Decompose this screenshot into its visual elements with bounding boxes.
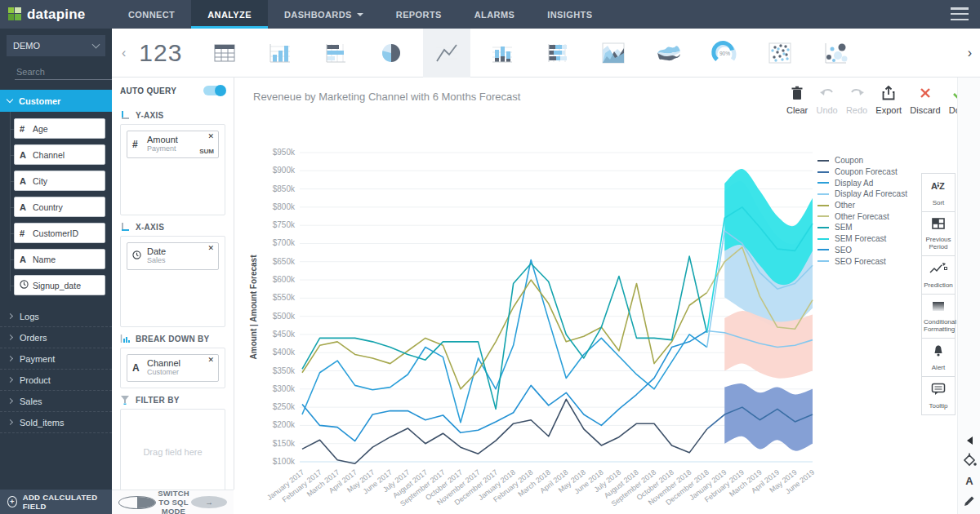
text-style-icon[interactable]: A xyxy=(965,476,973,486)
chart-type-pie[interactable] xyxy=(368,29,415,78)
field-chip-age[interactable]: #Age xyxy=(14,118,105,139)
sql-mode-bar: SWITCH TO SQL MODE → xyxy=(112,490,234,514)
search-row xyxy=(8,64,105,80)
chart-types-scroll-right-icon[interactable]: › xyxy=(960,46,980,60)
export-button[interactable]: Export xyxy=(875,86,902,115)
chart-type-bubble[interactable] xyxy=(812,29,859,78)
stacked-column-chart-icon xyxy=(488,39,516,67)
chart-type-scatter[interactable] xyxy=(756,29,804,78)
top-navigation: datapine CONNECT ANALYZE DASHBOARDS REPO… xyxy=(0,0,980,29)
y-tick-label: $200k xyxy=(273,420,296,429)
chart-type-gauge[interactable]: 90% xyxy=(701,29,748,78)
auto-query-toggle[interactable] xyxy=(203,86,225,95)
arrow-right-icon[interactable]: → xyxy=(191,496,227,508)
chevron-right-icon xyxy=(7,398,13,404)
text-field-icon: A xyxy=(132,362,147,374)
chart-type-stacked-column[interactable] xyxy=(479,29,526,78)
legend-item-display-ad-forecast[interactable]: Display Ad Forecast xyxy=(817,188,907,200)
discard-button[interactable]: Discard xyxy=(910,86,940,115)
edit-pencil-icon[interactable] xyxy=(963,494,976,507)
chart-type-table[interactable] xyxy=(201,29,248,78)
sort-icon: AZ xyxy=(930,181,947,195)
undo-button[interactable]: Undo xyxy=(816,86,837,115)
fill-color-icon[interactable] xyxy=(962,453,977,467)
svg-text:Z: Z xyxy=(939,181,945,191)
brand[interactable]: datapine xyxy=(0,0,112,29)
y-tick-label: $400k xyxy=(273,348,296,357)
chart-type-line[interactable] xyxy=(423,29,470,78)
datasource-select[interactable]: DEMO xyxy=(7,35,105,56)
legend-item-seo[interactable]: SEO xyxy=(817,245,907,256)
legend-item-sem[interactable]: SEM xyxy=(817,222,907,233)
nav-item-alarms[interactable]: ALARMS xyxy=(458,0,531,29)
chart-type-stacked-bar[interactable] xyxy=(534,29,581,78)
remove-chip-icon[interactable]: ✕ xyxy=(207,133,214,140)
sidebar-item-payment[interactable]: Payment xyxy=(0,348,112,370)
sidebar-item-customer[interactable]: Customer xyxy=(0,90,112,112)
breakdown-dropzone[interactable]: A Channel Customer ✕ xyxy=(120,348,225,388)
remove-chip-icon[interactable]: ✕ xyxy=(207,245,214,252)
chart-type-column[interactable] xyxy=(256,29,304,78)
collapse-left-icon[interactable] xyxy=(967,436,973,445)
field-chip-city[interactable]: ACity xyxy=(14,171,105,191)
previous-period-icon xyxy=(932,218,945,232)
nav-item-dashboards[interactable]: DASHBOARDS xyxy=(268,0,380,29)
x-axis-field-chip[interactable]: Date Sales ✕ xyxy=(127,242,219,270)
nav-item-insights[interactable]: INSIGHTS xyxy=(531,0,608,29)
legend-item-coupon-forecast[interactable]: Coupon Forecast xyxy=(817,166,907,178)
legend-swatch xyxy=(817,260,829,262)
gauge-value: 90% xyxy=(719,51,730,56)
y-axis-icon xyxy=(120,110,130,120)
field-chip-name[interactable]: AName xyxy=(14,249,105,269)
chart-type-bar[interactable] xyxy=(312,29,359,78)
breakdown-field-chip[interactable]: A Channel Customer ✕ xyxy=(127,354,219,382)
legend-item-coupon[interactable]: Coupon xyxy=(817,155,907,166)
field-chip-channel[interactable]: AChannel xyxy=(14,144,105,165)
prediction-tool[interactable]: Prediction xyxy=(921,256,956,295)
legend-item-display-ad[interactable]: Display Ad xyxy=(817,177,907,188)
clear-button[interactable]: Clear xyxy=(786,86,808,115)
sidebar-item-sales[interactable]: Sales xyxy=(0,391,112,412)
nav-item-reports[interactable]: REPORTS xyxy=(380,0,458,29)
hamburger-menu-icon[interactable] xyxy=(951,7,969,20)
tooltip-tool[interactable]: Tooltip xyxy=(921,377,956,415)
column-chart-icon xyxy=(266,39,294,67)
chart-type-area[interactable] xyxy=(590,29,637,78)
sidebar-item-orders[interactable]: Orders xyxy=(0,327,112,348)
aggregation-badge[interactable]: SUM xyxy=(199,148,214,155)
alert-tool[interactable]: Alert xyxy=(921,339,956,377)
field-chip-country[interactable]: ACountry xyxy=(14,197,105,217)
y-tick-label: $700k xyxy=(273,238,296,247)
svg-text:A: A xyxy=(931,181,938,191)
remove-chip-icon[interactable]: ✕ xyxy=(207,357,214,364)
legend-item-other[interactable]: Other xyxy=(817,200,907,211)
legend-item-seo-forecast[interactable]: SEO Forecast xyxy=(817,255,907,267)
contrast-icon[interactable] xyxy=(118,496,156,509)
table-group-list: LogsOrdersPaymentProductSalesSold_items xyxy=(0,306,112,433)
chart-type-stream[interactable] xyxy=(645,29,693,78)
sidebar-item-logs[interactable]: Logs xyxy=(0,306,112,327)
sort-tool[interactable]: AZSort xyxy=(921,173,956,212)
y-axis-field-chip[interactable]: # Amount Payment ✕ SUM xyxy=(127,131,219,158)
previous-period-tool[interactable]: Previous Period xyxy=(921,212,956,256)
field-chip-customerid[interactable]: #CustomerID xyxy=(14,223,105,243)
sidebar-item-sold_items[interactable]: Sold_items xyxy=(0,412,112,433)
add-calculated-field-button[interactable]: + ADD CALCULATED FIELD xyxy=(0,490,112,514)
chart-type-number[interactable]: 123 xyxy=(132,39,197,67)
conditional-formatting-icon xyxy=(932,300,945,314)
x-axis-dropzone[interactable]: Date Sales ✕ xyxy=(120,236,225,327)
conditional-formatting-tool[interactable]: Conditional Formatting xyxy=(921,295,956,339)
field-chip-signup_date[interactable]: Signup_date xyxy=(14,275,105,295)
sidebar-item-product[interactable]: Product xyxy=(0,370,112,391)
chart-types-scroll-left-icon[interactable]: ‹ xyxy=(112,46,132,60)
legend-swatch xyxy=(817,160,829,162)
legend-item-sem-forecast[interactable]: SEM Forecast xyxy=(817,233,907,245)
switch-to-sql-button[interactable]: SWITCH TO SQL MODE xyxy=(156,489,192,514)
legend-item-other-forecast[interactable]: Other Forecast xyxy=(817,210,907,222)
y-axis-dropzone[interactable]: # Amount Payment ✕ SUM xyxy=(120,124,225,215)
chevron-right-icon xyxy=(7,377,13,383)
nav-item-connect[interactable]: CONNECT xyxy=(112,0,191,29)
filter-dropzone[interactable]: Drag field here xyxy=(120,409,225,495)
redo-button[interactable]: Redo xyxy=(846,86,867,115)
nav-item-analyze[interactable]: ANALYZE xyxy=(191,0,268,29)
